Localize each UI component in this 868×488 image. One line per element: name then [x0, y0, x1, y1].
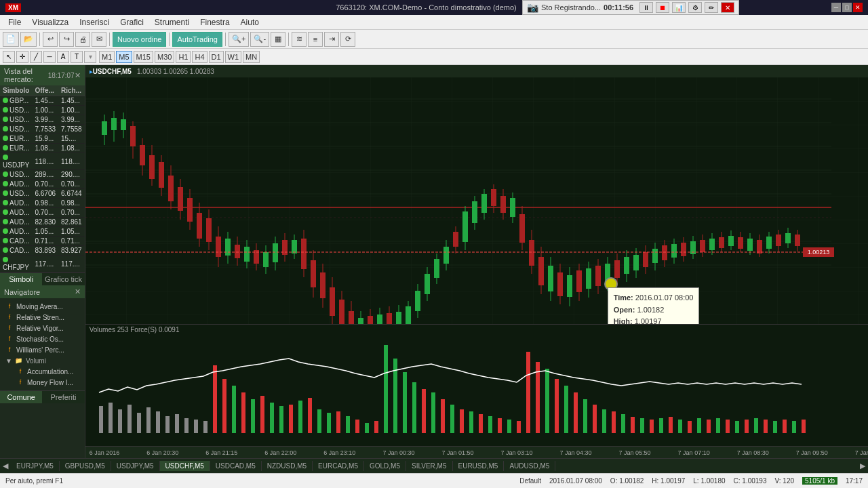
bid-cell: 289.... [32, 170, 58, 180]
main-toolbar: 📄 📂 ↩ ↪ 🖨 ✉ Nuovo ordine AutoTrading 🔍+ … [0, 30, 868, 49]
symbol-tab-eurusd-m5[interactable]: EURUSD,M5 [453, 461, 505, 471]
menu-item-finestra[interactable]: Finestra [195, 16, 235, 28]
close-button[interactable]: ✕ [853, 3, 863, 12]
market-row[interactable]: USD... 7.7533 7.7558 [0, 125, 85, 134]
timeframe-btn-m5[interactable]: M5 [116, 51, 132, 63]
market-row[interactable]: USD... 1.00... 1.00... [0, 106, 85, 115]
zoom-out-button[interactable]: 🔍- [250, 32, 269, 47]
market-row[interactable]: CHFJPY 117.... 117.... [0, 256, 85, 272]
time-label: 7 Jan 00:30 [382, 449, 414, 456]
recording-pause-button[interactable]: ⏸ [639, 2, 653, 13]
nav-item-accumulation[interactable]: f Accumulation... [3, 366, 82, 377]
nav-item-relative-vigor[interactable]: f Relative Vigor... [3, 323, 82, 333]
nav-item-stochastic[interactable]: f Stochastic Os... [3, 333, 82, 344]
autotrading-button[interactable]: AutoTrading [172, 32, 222, 47]
market-row[interactable]: EUR... 15.9... 15.... [0, 134, 85, 144]
recording-chart-button[interactable]: 📊 [672, 2, 686, 13]
open-button[interactable]: 📂 [20, 32, 37, 47]
nav-tab-preferiti[interactable]: Preferiti [42, 391, 84, 403]
hline-button[interactable]: ─ [43, 51, 56, 63]
tooltip-high-value: 1.00197 [635, 317, 662, 324]
symbol-tab-usdchf-m5[interactable]: USDCHF,M5 [160, 461, 210, 471]
menu-item-grafici[interactable]: Grafici [115, 16, 149, 28]
line-button[interactable]: ╱ [30, 51, 42, 63]
nav-item-williams[interactable]: f Williams' Perc... [3, 344, 82, 355]
expert-advisor-button[interactable]: ≡ [308, 32, 323, 47]
symbol-tabs-scroll-right[interactable]: ▶ [857, 462, 868, 470]
timeframe-btn-d1[interactable]: D1 [209, 51, 224, 63]
recording-close-button[interactable]: ✕ [721, 2, 734, 13]
market-row[interactable]: AUD... 0.70... 0.70... [0, 180, 85, 189]
new-chart-button[interactable]: 📄 [3, 32, 19, 47]
recording-pen-button[interactable]: ✏ [705, 2, 718, 13]
minimize-button[interactable]: ─ [831, 3, 841, 12]
indicators-button[interactable]: ≋ [292, 32, 307, 47]
market-row[interactable]: CAD... 83.893 83.927 [0, 246, 85, 256]
recording-settings-button[interactable]: ⚙ [688, 2, 702, 13]
nav-item-money-flow[interactable]: f Money Flow I... [3, 377, 82, 388]
scroll-right-button[interactable]: ⇥ [324, 32, 339, 47]
auto-scroll-button[interactable]: ⟳ [340, 32, 355, 47]
mail-button[interactable]: ✉ [92, 32, 106, 47]
text2-button[interactable]: T [71, 51, 83, 63]
market-row[interactable]: AUD... 82.830 82.861 [0, 218, 85, 227]
market-row[interactable]: USD... 3.99... 3.99... [0, 115, 85, 125]
market-row[interactable]: AUD... 0.98... 0.98... [0, 199, 85, 208]
market-row[interactable]: USD... 6.6706 6.6744 [0, 189, 85, 199]
timeframe-btn-mn[interactable]: MN [243, 51, 260, 63]
svg-rect-215 [612, 411, 616, 433]
cursor-button[interactable]: ↖ [3, 51, 15, 63]
symbol-tab-gold-m5[interactable]: GOLD,M5 [364, 461, 406, 471]
undo-button[interactable]: ↩ [43, 32, 58, 47]
nav-item-moving-average[interactable]: f Moving Avera... [3, 301, 82, 312]
market-row[interactable]: CAD... 0.71... 0.71... [0, 237, 85, 246]
recording-stop-button[interactable]: ⏹ [656, 2, 669, 13]
tab-simboli[interactable]: Simboli [0, 272, 42, 285]
price-dot [3, 171, 8, 177]
text-button[interactable]: A [57, 51, 69, 63]
chart-type-button[interactable]: ▦ [271, 32, 285, 47]
market-row[interactable]: AUD... 1.05... 1.05... [0, 227, 85, 237]
zoom-in-button[interactable]: 🔍+ [229, 32, 249, 47]
nav-folder-volumi[interactable]: ▼ 📁 Volumi [3, 355, 82, 366]
market-row[interactable]: EUR... 1.08... 1.08... [0, 144, 85, 153]
svg-rect-101 [529, 240, 534, 266]
menu-item-file[interactable]: File [3, 16, 26, 28]
redo-button[interactable]: ↪ [59, 32, 74, 47]
menu-item-strumenti[interactable]: Strumenti [149, 16, 195, 28]
symbol-tab-nzdusd-m5[interactable]: NZDUSD,M5 [262, 461, 313, 471]
navigator-close-icon[interactable]: ✕ [75, 287, 81, 296]
symbol-tab-eurcad-m5[interactable]: EURCAD,M5 [313, 461, 364, 471]
symbol-tab-silver-m5[interactable]: SILVER,M5 [406, 461, 453, 471]
symbol-tab-gbpusd-m5[interactable]: GBPUSD,M5 [60, 461, 111, 471]
timeframe-btn-h4[interactable]: H4 [192, 51, 207, 63]
timeframe-btn-m15[interactable]: M15 [134, 51, 153, 63]
menu-item-inserisci[interactable]: Inserisci [74, 16, 115, 28]
menu-item-aiuto[interactable]: Aiuto [235, 16, 264, 28]
symbol-tabs-scroll-left[interactable]: ◀ [0, 462, 11, 470]
market-row[interactable]: GBP... 1.45... 1.45... [0, 96, 85, 106]
symbol-tab-eurjpy-m5[interactable]: EURJPY,M5 [11, 461, 60, 471]
market-row[interactable]: USD... 289.... 290.... [0, 170, 85, 180]
nav-item-relative-strength[interactable]: f Relative Stren... [3, 312, 82, 323]
new-order-button[interactable]: Nuovo ordine [113, 32, 166, 47]
main-chart[interactable]: 1.009701.008601.007501.006401.005301.004… [85, 77, 868, 324]
crosshair-button[interactable]: ✛ [16, 51, 28, 63]
print-button[interactable]: 🖨 [75, 32, 90, 47]
market-row[interactable]: USDJPY 118.... 118.... [0, 153, 85, 170]
tab-grafico-tick[interactable]: Grafico tick [42, 272, 84, 285]
volume-chart-header: Volumes 253 Force(S) 0.0091 [90, 326, 180, 333]
timeframe-btn-h1[interactable]: H1 [176, 51, 191, 63]
symbol-tab-usdcad-m5[interactable]: USDCAD,M5 [210, 461, 262, 471]
nav-tab-comune[interactable]: Comune [0, 391, 42, 403]
maximize-button[interactable]: □ [842, 3, 852, 12]
symbol-tab-audusd-m5[interactable]: AUDUSD,M5 [504, 461, 555, 471]
color-button[interactable]: ▾ [84, 51, 96, 63]
timeframe-btn-w1[interactable]: W1 [225, 51, 242, 63]
timeframe-btn-m1[interactable]: M1 [99, 51, 115, 63]
symbol-tab-usdjpy-m5[interactable]: USDJPY,M5 [111, 461, 160, 471]
market-watch-close-icon[interactable]: ✕ [75, 71, 81, 80]
timeframe-btn-m30[interactable]: M30 [155, 51, 174, 63]
market-row[interactable]: AUD... 0.70... 0.70... [0, 208, 85, 218]
menu-item-visualizza[interactable]: Visualizza [26, 16, 74, 28]
